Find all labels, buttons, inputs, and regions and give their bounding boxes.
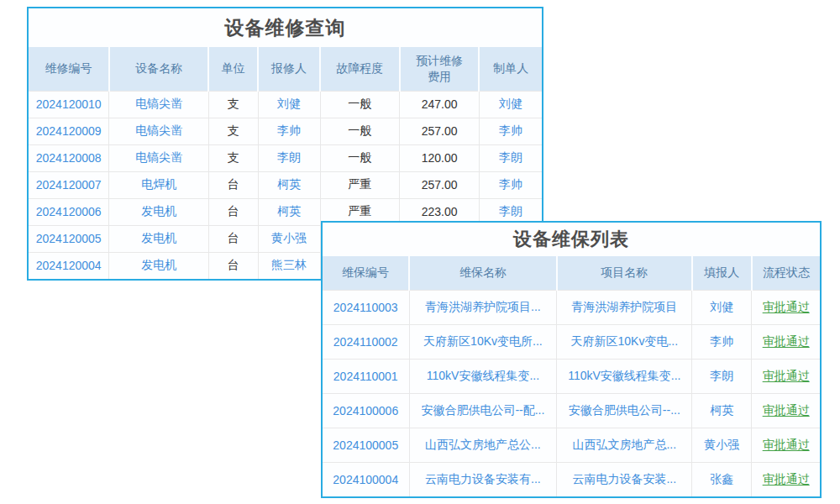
maintenance-cell-name[interactable]: 安徽合肥供电公司--配... [409,393,557,428]
repair-cell-creator[interactable]: 李帅 [479,118,542,144]
column-header-label: 维修编号 [45,60,92,76]
repair-cell-severity: 一般 [320,118,400,144]
maintenance-cell-status[interactable]: 审批通过 [752,324,820,359]
maintenance-cell-status[interactable]: 审批通过 [752,359,820,393]
maintenance-cell-project[interactable]: 山西弘文房地产总... [557,428,692,462]
repair-cell-id[interactable]: 2024120004 [29,252,109,279]
maintenance-cell-project[interactable]: 安徽合肥供电公司--... [557,393,692,428]
maintenance-cell-id[interactable]: 2024110001 [323,359,409,393]
repair-cell-device[interactable]: 电镐尖凿 [109,91,209,118]
repair-cell-reporter[interactable]: 黄小强 [258,225,320,252]
maintenance-cell-id[interactable]: 2024100006 [323,393,409,428]
maintenance-cell-project[interactable]: 青海洪湖养护院项目 [557,290,692,324]
repair-cell-unit: 台 [208,225,258,252]
column-header-label: 制单人 [493,60,528,76]
repair-cell-device[interactable]: 发电机 [109,225,209,252]
maintenance-table-row: 2024100005山西弘文房地产总公...山西弘文房地产总...黄小强审批通过 [323,428,820,462]
repair-cell-id[interactable]: 2024120008 [29,144,109,171]
repair-cell-severity: 一般 [320,144,400,171]
maintenance-cell-id[interactable]: 2024110003 [323,290,409,324]
column-header-filler: 填报人 [692,256,752,290]
column-header-status: 流程状态 [752,256,820,290]
repair-cell-unit: 台 [208,252,258,279]
maintenance-cell-filler[interactable]: 黄小强 [692,428,752,462]
column-header-label: 故障程度 [336,60,383,76]
repair-cell-device[interactable]: 电镐尖凿 [109,144,209,171]
repair-cell-id[interactable]: 2024120009 [29,118,109,144]
maintenance-table-row: 2024110001110kV安徽线程集变...110kV安徽线程集变...李朗… [323,359,820,393]
repair-cell-id[interactable]: 2024120005 [29,225,109,252]
column-header-creator: 制单人 [479,47,542,91]
repair-cell-device[interactable]: 发电机 [109,252,209,279]
repair-cell-creator[interactable]: 李帅 [479,171,542,198]
column-header-id: 维修编号 [29,47,109,91]
column-header-label: 报修人 [271,60,307,76]
maintenance-cell-filler[interactable]: 刘健 [692,290,752,324]
repair-cell-creator[interactable]: 刘健 [479,91,542,118]
repair-panel-title: 设备维修查询 [29,8,542,47]
repair-cell-reporter[interactable]: 柯英 [258,171,320,198]
repair-cell-unit: 支 [208,91,258,118]
maintenance-cell-filler[interactable]: 李朗 [692,359,752,393]
column-header-label: 设备名称 [135,60,182,76]
repair-cell-reporter[interactable]: 刘健 [258,91,320,118]
maintenance-cell-id[interactable]: 2024100005 [323,428,409,462]
maintenance-list-panel: 设备维保列表 维保编号维保名称项目名称填报人流程状态 2024110003青海洪… [321,221,822,498]
column-header-label: 单位 [222,60,245,76]
repair-cell-cost: 120.00 [400,144,480,171]
maintenance-cell-name[interactable]: 天府新区10Kv变电所... [409,324,557,359]
repair-cell-device[interactable]: 电镐尖凿 [109,118,209,144]
maintenance-cell-name[interactable]: 山西弘文房地产总公... [409,428,557,462]
maintenance-cell-filler[interactable]: 李帅 [692,324,752,359]
maintenance-cell-name[interactable]: 110kV安徽线程集变... [409,359,557,393]
repair-cell-reporter[interactable]: 李帅 [258,118,320,144]
maintenance-cell-id[interactable]: 2024100004 [323,462,409,496]
repair-cell-unit: 支 [208,144,258,171]
maintenance-cell-status[interactable]: 审批通过 [752,462,820,496]
maintenance-table: 维保编号维保名称项目名称填报人流程状态 2024110003青海洪湖养护院项目.… [323,256,820,496]
column-header-label: 维保编号 [342,265,389,281]
repair-header-row: 维修编号设备名称单位报修人故障程度预计维修费用制单人 [29,47,542,91]
maintenance-table-row: 2024110002天府新区10Kv变电所...天府新区10Kv变电...李帅审… [323,324,820,359]
column-header-cost: 预计维修费用 [400,47,480,91]
column-header-label: 项目名称 [601,265,648,281]
maintenance-cell-status[interactable]: 审批通过 [752,290,820,324]
repair-cell-creator[interactable]: 李朗 [479,144,542,171]
repair-cell-id[interactable]: 2024120007 [29,171,109,198]
maintenance-cell-project[interactable]: 天府新区10Kv变电... [557,324,692,359]
maintenance-table-row: 2024110003青海洪湖养护院项目...青海洪湖养护院项目刘健审批通过 [323,290,820,324]
maintenance-cell-project[interactable]: 云南电力设备安装... [557,462,692,496]
repair-cell-unit: 台 [208,198,258,225]
maintenance-cell-name[interactable]: 云南电力设备安装有... [409,462,557,496]
maintenance-cell-status[interactable]: 审批通过 [752,393,820,428]
repair-table-row: 2024120010电镐尖凿支刘健一般247.00刘健 [29,91,542,118]
maintenance-header-row: 维保编号维保名称项目名称填报人流程状态 [323,256,820,290]
repair-cell-unit: 支 [208,118,258,144]
repair-cell-id[interactable]: 2024120006 [29,198,109,225]
repair-cell-id[interactable]: 2024120010 [29,91,109,118]
repair-cell-cost: 257.00 [400,118,480,144]
maintenance-cell-status[interactable]: 审批通过 [752,428,820,462]
maintenance-cell-id[interactable]: 2024110002 [323,324,409,359]
maintenance-table-row: 2024100006安徽合肥供电公司--配...安徽合肥供电公司--...柯英审… [323,393,820,428]
maintenance-cell-filler[interactable]: 张鑫 [692,462,752,496]
repair-cell-reporter[interactable]: 熊三林 [258,252,320,279]
maintenance-cell-name[interactable]: 青海洪湖养护院项目... [409,290,557,324]
maintenance-cell-filler[interactable]: 柯英 [692,393,752,428]
column-header-device: 设备名称 [109,47,209,91]
maintenance-table-row: 2024100004云南电力设备安装有...云南电力设备安装...张鑫审批通过 [323,462,820,496]
repair-cell-reporter[interactable]: 李朗 [258,144,320,171]
maintenance-panel-title: 设备维保列表 [323,223,820,256]
repair-table-row: 2024120008电镐尖凿支李朗一般120.00李朗 [29,144,542,171]
column-header-reporter: 报修人 [258,47,320,91]
column-header-label: 预计维修费用 [413,53,465,85]
repair-cell-cost: 257.00 [400,171,480,198]
maintenance-cell-project[interactable]: 110kV安徽线程集变... [557,359,692,393]
column-header-project: 项目名称 [557,256,692,290]
repair-cell-reporter[interactable]: 柯英 [258,198,320,225]
repair-cell-unit: 台 [208,171,258,198]
repair-cell-device[interactable]: 发电机 [109,198,209,225]
column-header-name: 维保名称 [409,256,557,290]
repair-cell-device[interactable]: 电焊机 [109,171,209,198]
column-header-id: 维保编号 [323,256,409,290]
